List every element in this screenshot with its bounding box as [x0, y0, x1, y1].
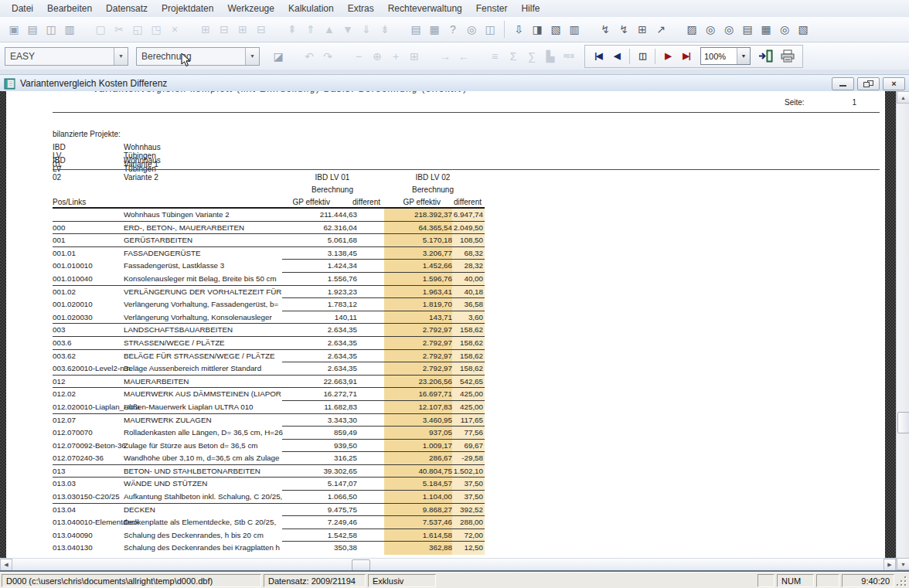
split-view-icon[interactable]: ◫	[481, 21, 499, 38]
search-record-icon[interactable]: ◎	[775, 21, 794, 38]
close-button[interactable]: ×	[883, 77, 905, 90]
delete-icon[interactable]: ×	[165, 21, 184, 38]
horizontal-scrollbar-thumb[interactable]	[352, 559, 370, 571]
cut-icon[interactable]: ✂	[110, 21, 128, 38]
scroll-up-arrow-icon[interactable]: ▲	[897, 91, 909, 104]
demote-icon[interactable]: →	[436, 48, 454, 65]
chevron-down-icon[interactable]: ▼	[737, 48, 750, 64]
zoom-combobox[interactable]: 100% ▼	[700, 47, 751, 65]
print-report-button[interactable]	[777, 47, 798, 66]
promote-icon[interactable]: ←	[454, 48, 473, 65]
zoom-icon[interactable]: ◎	[462, 21, 481, 38]
chevron-down-icon[interactable]: ▼	[114, 48, 128, 65]
projects-label: bilanzierte Projekte:	[53, 130, 121, 138]
comparison-table: Wohnhaus Tübingen Variante 2211.444,6321…	[6, 209, 885, 555]
restore-button[interactable]	[857, 77, 880, 90]
close-preview-button[interactable]	[755, 47, 777, 66]
minimize-button[interactable]	[832, 77, 854, 90]
table-row: 013BETON- UND STAHLBETONARBEITEN39.302,6…	[6, 465, 885, 478]
catalog-view-icon[interactable]: ▥	[60, 21, 79, 38]
move-first-icon[interactable]: ⇞	[283, 21, 301, 38]
row-pos: 013.030150-C20/25	[53, 491, 120, 504]
resize-grip[interactable]	[897, 575, 907, 587]
export-document-icon[interactable]: ▥	[565, 21, 584, 38]
help-icon[interactable]: ?	[444, 21, 462, 38]
sum-icon[interactable]: ∑	[523, 48, 541, 65]
menu-datei[interactable]: Datei	[5, 1, 40, 16]
pin-icon[interactable]: ↗	[652, 21, 670, 38]
copy-pages-button[interactable]: ◫	[633, 48, 652, 65]
link-next-icon[interactable]: ↯	[615, 21, 633, 38]
remove-position-icon[interactable]: −	[349, 48, 368, 65]
open-layout-icon[interactable]: ◪	[269, 48, 288, 65]
scroll-down-arrow-icon[interactable]: ▼	[897, 558, 909, 570]
print-preview-icon[interactable]: ▤	[407, 21, 425, 38]
list-icon[interactable]: ≡	[485, 48, 504, 65]
row-pos: 013.03	[53, 478, 76, 491]
profile-combobox[interactable]: EASY ▼	[5, 47, 128, 66]
copy-icon[interactable]: ◱	[128, 21, 147, 38]
insert-position-icon[interactable]: ⊞	[196, 21, 215, 38]
search-document-icon[interactable]: ◎	[701, 21, 720, 38]
menu-werkzeuge[interactable]: Werkzeuge	[220, 1, 281, 16]
insert-special-icon[interactable]: ⊞	[405, 48, 424, 65]
menu-fenster[interactable]: Fenster	[469, 1, 515, 16]
link-previous-icon[interactable]: ↯	[596, 21, 615, 38]
vertical-scrollbar[interactable]: ▲ ▼	[896, 91, 909, 570]
print-icon[interactable]: ▦	[425, 21, 444, 38]
import-icon[interactable]: ⇩	[509, 21, 528, 38]
insert-level-icon[interactable]: ⊞	[233, 21, 252, 38]
row-different-2: 36,58	[452, 298, 485, 311]
previous-page-button[interactable]: ◀	[608, 48, 626, 65]
edit-document-icon[interactable]: ▧	[546, 21, 565, 38]
menu-hilfe[interactable]: Hilfe	[514, 1, 546, 16]
move-up-icon[interactable]: ▲	[320, 21, 339, 38]
paste-icon[interactable]: ◳	[147, 21, 165, 38]
insert-subposition-icon[interactable]: ⊟	[215, 21, 233, 38]
document-table-icon[interactable]: ▦	[757, 21, 775, 38]
image-view-icon[interactable]: ◫	[42, 21, 60, 38]
table-row: 013.03WÄNDE UND STÜTZEN5.147,075.184,573…	[6, 478, 885, 491]
insert-sublevel-icon[interactable]: ⊟	[252, 21, 271, 38]
chevron-down-icon[interactable]: ▼	[245, 48, 259, 65]
menu-extras[interactable]: Extras	[341, 1, 381, 16]
first-page-button[interactable]: |◀	[589, 48, 608, 65]
scroll-right-arrow-icon[interactable]: ▶	[883, 559, 896, 571]
row-pos: 012.070240-36	[53, 452, 104, 465]
undo-icon[interactable]: ↶	[300, 48, 318, 65]
menu-projektdaten[interactable]: Projektdaten	[155, 1, 220, 16]
chart-icon[interactable]: ▙	[541, 48, 560, 65]
tile-windows-icon[interactable]: ⊞	[633, 21, 652, 38]
view-combobox[interactable]: Berechnung ▼	[136, 47, 260, 66]
search-text-icon[interactable]: ◎	[720, 21, 738, 38]
menu-rechteverwaltung[interactable]: Rechteverwaltung	[381, 1, 469, 16]
table-row: 003.62BELÄGE FÜR STRASSEN/WEGE / PLÄTZE2…	[6, 350, 885, 363]
last-page-button[interactable]: ▶|	[677, 48, 696, 65]
insert-position-above-icon[interactable]: ⊕	[368, 48, 386, 65]
column-group-project-1: IBD LV 01	[286, 173, 379, 182]
insert-position-icon[interactable]: +	[386, 48, 405, 65]
move-last-icon[interactable]: ⇟	[376, 21, 394, 38]
redo-icon[interactable]: ↷	[318, 48, 337, 65]
library-icon[interactable]: ◨	[528, 21, 546, 38]
scroll-left-arrow-icon[interactable]: ◀	[0, 559, 12, 571]
report-view-icon[interactable]: ▣	[5, 21, 23, 38]
annotation-icon[interactable]: ▨	[683, 21, 701, 38]
menu-kalkulation[interactable]: Kalkulation	[281, 1, 341, 16]
new-document-icon[interactable]: ▢	[91, 21, 110, 38]
menu-datensatz[interactable]: Datensatz	[99, 1, 155, 16]
edit-text-icon[interactable]: ▧	[794, 21, 812, 38]
document-stack-icon[interactable]: ▤	[738, 21, 757, 38]
vertical-scrollbar-thumb[interactable]	[897, 412, 909, 433]
horizontal-scrollbar[interactable]: ◀ ▶	[0, 558, 896, 571]
row-different-2: 37,50	[452, 478, 485, 491]
menu-bearbeiten[interactable]: Bearbeiten	[40, 1, 99, 16]
next-page-button[interactable]: ▶	[659, 48, 677, 65]
move-pagedown-icon[interactable]: ⇓	[357, 21, 376, 38]
status-record-count: Datensatz: 2009/21194	[264, 574, 366, 587]
reb-icon[interactable]: REB	[560, 48, 578, 65]
subtotal-icon[interactable]: Σ	[504, 48, 523, 65]
form-view-icon[interactable]: ▤	[23, 21, 42, 38]
move-down-icon[interactable]: ▼	[339, 21, 357, 38]
move-pageup-icon[interactable]: ⇑	[301, 21, 320, 38]
